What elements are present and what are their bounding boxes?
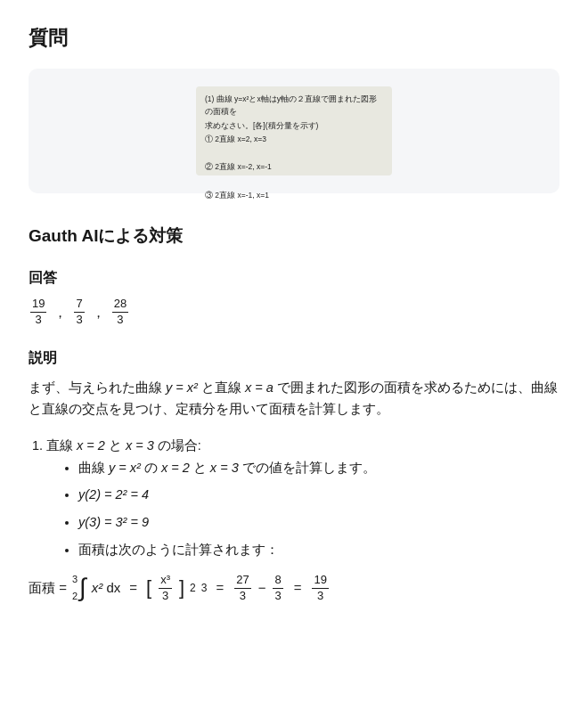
- question-title: 質問: [29, 21, 559, 54]
- result-frac-3: 19 3: [312, 573, 328, 604]
- res1-num: 27: [234, 573, 250, 589]
- integral-limits: 3 2: [72, 571, 78, 604]
- integral-prefix: 面積 =: [29, 576, 67, 600]
- img-line-5: ② 2直線 x=-2, x=-1: [205, 161, 383, 174]
- equals-1: =: [129, 576, 137, 600]
- bracket-sub: 2: [190, 579, 196, 597]
- img-line-4: [205, 148, 383, 160]
- bracket-frac-num: x³: [159, 573, 172, 589]
- res2-num: 8: [273, 573, 282, 589]
- frac3-den: 3: [115, 313, 125, 328]
- question-image: (1) 曲線 y=x²とx軸はy軸の２直線で囲まれた図形の面積を 求めなさい。[…: [196, 86, 392, 175]
- img-line-7: ③ 2直線 x=-1, x=1: [205, 190, 383, 202]
- frac1-den: 3: [34, 313, 44, 328]
- fraction-1: 19 3: [30, 297, 46, 328]
- intro-text: まず、与えられた曲線 y = x² と直線 x = a で囲まれた図形の面積を求…: [29, 377, 559, 420]
- question-image-container: (1) 曲線 y=x²とx軸はy軸の２直線で囲まれた図形の面積を 求めなさい。[…: [29, 69, 559, 193]
- img-line-3: ① 2直線 x=2, x=3: [205, 134, 383, 146]
- result-frac-1: 27 3: [234, 573, 250, 604]
- explanation-label: 説明: [29, 346, 559, 370]
- bracket-frac: x³ 3: [159, 573, 172, 604]
- res3-den: 3: [315, 589, 325, 604]
- integral-lower: 2: [72, 588, 78, 605]
- equals-3: =: [294, 576, 302, 600]
- integral-symbol: ∫: [79, 575, 86, 600]
- answer-label: 回答: [29, 265, 559, 290]
- bullet-2: y(2) = 2² = 4: [78, 484, 559, 506]
- bullet-3: y(3) = 3² = 9: [78, 511, 559, 534]
- case1-item: 直線 x = 2 と x = 3 の場合: 曲線 y = x² の x = 2 …: [46, 435, 559, 560]
- fraction-2: 7 3: [74, 297, 84, 328]
- bullet-1: 曲線 y = x² の x = 2 と x = 3 での値を計算します。: [78, 457, 559, 479]
- separator-2: ，: [92, 301, 105, 324]
- gauth-section: Gauth AIによる対策 回答 19 3 ， 7 3 ， 28 3 説明 まず…: [29, 222, 559, 604]
- res1-den: 3: [238, 589, 248, 604]
- numbered-list: 直線 x = 2 と x = 3 の場合: 曲線 y = x² の x = 2 …: [46, 435, 559, 560]
- res2-den: 3: [273, 589, 282, 604]
- frac2-num: 7: [74, 297, 84, 313]
- bracket-open: [: [146, 571, 151, 604]
- case1-label: 直線 x = 2 と x = 3 の場合:: [46, 438, 201, 453]
- minus-sign: −: [258, 576, 266, 600]
- case1-bullets: 曲線 y = x² の x = 2 と x = 3 での値を計算します。 y(2…: [78, 457, 559, 561]
- integral-upper: 3: [72, 571, 78, 588]
- img-line-1: (1) 曲線 y=x²とx軸はy軸の２直線で囲まれた図形の面積を: [205, 94, 383, 118]
- frac1-num: 19: [30, 297, 46, 313]
- fraction-3: 28 3: [112, 297, 128, 328]
- answer-fractions: 19 3 ， 7 3 ， 28 3: [29, 297, 559, 328]
- bracket-close: ]: [179, 571, 184, 604]
- explanation-intro: まず、与えられた曲線 y = x² と直線 x = a で囲まれた図形の面積を求…: [29, 377, 559, 420]
- frac2-den: 3: [74, 313, 84, 328]
- equals-2: =: [216, 576, 224, 600]
- result-frac-2: 8 3: [273, 573, 282, 604]
- integral-expression: 面積 = 3 2 ∫ x² dx = [ x³ 3 ] 2 3 = 27 3 −…: [29, 571, 559, 604]
- gauth-title: Gauth AIによる対策: [29, 222, 559, 250]
- integrand: x² dx: [92, 576, 121, 600]
- bracket-frac-den: 3: [160, 589, 170, 604]
- separator-1: ，: [53, 301, 67, 324]
- img-line-6: [205, 175, 383, 188]
- res3-num: 19: [312, 573, 328, 589]
- bullet-4: 面積は次のように計算されます：: [78, 539, 559, 561]
- bracket-sup: 3: [201, 579, 208, 597]
- frac3-num: 28: [112, 297, 128, 313]
- img-line-2: 求めなさい。[各](積分量を示す): [205, 120, 383, 133]
